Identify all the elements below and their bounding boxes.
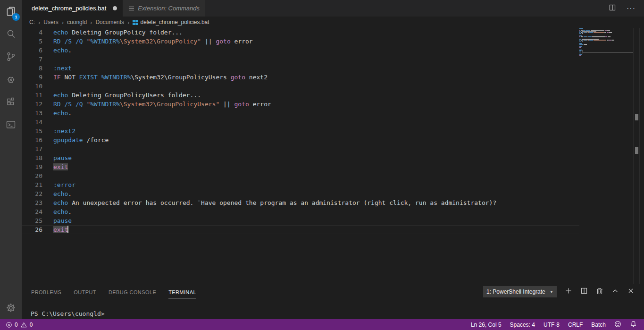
line-content: exit — [53, 163, 68, 170]
close-panel-icon[interactable] — [627, 287, 635, 296]
line-number: 22 — [22, 189, 42, 198]
text-cursor — [67, 226, 68, 233]
line-number: 5 — [22, 37, 42, 46]
tab-delete-chrome-policies[interactable]: delete_chrome_policies.bat — [22, 0, 123, 17]
breadcrumb-segments: C:›Users›cuongld›Documents› — [29, 19, 133, 26]
code-line[interactable]: 21:error — [22, 180, 579, 189]
warning-icon — [20, 322, 27, 328]
breadcrumb-segment[interactable]: Documents — [95, 19, 124, 25]
code-line[interactable]: 8:next — [22, 64, 579, 73]
status-bar: 0 0 Ln 26, Col 5Spaces: 4UTF-8CRLFBatch — [0, 319, 644, 330]
feedback-smiley-icon[interactable] — [610, 321, 626, 329]
overview-ruler[interactable] — [633, 28, 640, 284]
code-line[interactable]: 26exit — [22, 225, 579, 234]
split-editor-icon[interactable] — [609, 4, 616, 13]
dirty-indicator-icon[interactable] — [113, 6, 117, 10]
panel-tab-output[interactable]: OUTPUT — [74, 286, 96, 298]
source-control-icon[interactable] — [0, 45, 22, 68]
code-line[interactable]: 16gpupdate /force — [22, 135, 579, 144]
status-end-of-line[interactable]: CRLF — [564, 322, 587, 328]
code-line[interactable]: 20 — [22, 171, 579, 180]
line-number: 18 — [22, 153, 42, 162]
status-language-mode[interactable]: Batch — [587, 322, 610, 328]
editor[interactable]: 4echo Deleting GroupPolicy folder...5RD … — [22, 28, 644, 284]
line-number: 20 — [22, 171, 42, 180]
line-content: echo Deleting GroupPolicy folder... — [53, 29, 183, 36]
line-content: RD /S /Q "%WINDIR%\System32\GroupPolicy"… — [53, 38, 253, 45]
panel-tab-terminal[interactable]: TERMINAL — [168, 286, 196, 298]
minimap[interactable] — [579, 28, 633, 284]
tab-label: delete_chrome_policies.bat — [32, 5, 106, 12]
line-number: 16 — [22, 135, 42, 144]
breadcrumb: C:›Users›cuongld›Documents› delete_chrom… — [22, 17, 644, 28]
notifications-bell-icon[interactable] — [626, 321, 641, 329]
line-number: 23 — [22, 198, 42, 207]
overview-mark — [635, 147, 638, 154]
overview-mark — [635, 114, 638, 120]
activity-bar: 1 — [0, 0, 22, 319]
code-line[interactable]: 9IF NOT EXIST %WINDIR%\System32\GroupPol… — [22, 73, 579, 82]
powershell-terminal-icon[interactable] — [0, 113, 22, 136]
line-number: 8 — [22, 64, 42, 73]
line-number: 17 — [22, 144, 42, 153]
terminal-prompt: PS C:\Users\cuongld> — [31, 310, 105, 317]
code-line[interactable]: 19exit — [22, 162, 579, 171]
manage-gear-icon[interactable] — [0, 296, 22, 319]
status-cursor-position[interactable]: Ln 26, Col 5 — [467, 322, 506, 328]
terminal-output[interactable]: PS C:\Users\cuongld> — [22, 300, 644, 317]
code-line[interactable]: 5RD /S /Q "%WINDIR%\System32\GroupPolicy… — [22, 37, 579, 46]
terminal-instance-select[interactable]: 1: PowerShell Integrate ▼ — [483, 286, 557, 297]
code-line[interactable]: 12RD /S /Q "%WINDIR%\System32\GroupPolic… — [22, 100, 579, 109]
chevron-right-icon: › — [127, 19, 129, 26]
code-line[interactable]: 18pause — [22, 153, 579, 162]
problems-status[interactable]: 0 0 — [2, 322, 36, 328]
panel-header: PROBLEMSOUTPUTDEBUG CONSOLETERMINAL 1: P… — [22, 284, 644, 300]
maximize-panel-chevron-up-icon[interactable] — [611, 287, 619, 296]
breadcrumb-file[interactable]: delete_chrome_policies.bat — [133, 19, 209, 25]
breadcrumb-segment[interactable]: Users — [43, 19, 58, 25]
split-terminal-icon[interactable] — [580, 287, 588, 296]
chevron-right-icon: › — [62, 19, 64, 26]
panel-tab-debug-console[interactable]: DEBUG CONSOLE — [109, 286, 156, 298]
editor-lines[interactable]: 4echo Deleting GroupPolicy folder...5RD … — [22, 28, 579, 284]
search-icon[interactable] — [0, 23, 22, 45]
code-line[interactable]: 4echo Deleting GroupPolicy folder... — [22, 28, 579, 37]
line-content: pause — [53, 217, 72, 224]
status-encoding[interactable]: UTF-8 — [539, 322, 564, 328]
tab-extension-commands[interactable]: Extension: Commands — [123, 0, 205, 17]
code-line[interactable]: 25pause — [22, 216, 579, 225]
error-count: 0 — [15, 322, 18, 328]
line-content: echo Deleting GroupPolicyUsers folder... — [53, 92, 201, 99]
code-line[interactable]: 11echo Deleting GroupPolicyUsers folder.… — [22, 91, 579, 100]
debug-icon[interactable] — [0, 68, 22, 91]
line-content: gpupdate /force — [53, 136, 109, 144]
kill-terminal-trash-icon[interactable] — [596, 287, 603, 296]
line-number: 12 — [22, 100, 42, 109]
code-line[interactable]: 23echo An unexpected error has occurred.… — [22, 198, 579, 207]
code-line[interactable]: 13echo. — [22, 109, 579, 118]
new-terminal-icon[interactable] — [565, 287, 572, 296]
code-line[interactable]: 15:next2 — [22, 127, 579, 135]
extensions-icon[interactable] — [0, 91, 22, 113]
line-content: echo. — [53, 208, 72, 215]
code-line[interactable]: 24echo. — [22, 207, 579, 216]
breadcrumb-segment[interactable]: cuongld — [67, 19, 87, 25]
line-number: 6 — [22, 46, 42, 55]
status-indentation[interactable]: Spaces: 4 — [506, 322, 539, 328]
line-number: 13 — [22, 109, 42, 118]
code-line[interactable]: 7 — [22, 55, 579, 64]
more-actions-icon[interactable]: ··· — [627, 4, 636, 13]
select-dropdown-arrow-icon: ▼ — [550, 290, 553, 294]
breadcrumb-segment[interactable]: C: — [29, 19, 35, 25]
code-line[interactable]: 22echo. — [22, 189, 579, 198]
code-line[interactable]: 14 — [22, 118, 579, 127]
line-content: IF NOT EXIST %WINDIR%\System32\GroupPoli… — [53, 74, 268, 81]
line-number: 25 — [22, 216, 42, 225]
code-line[interactable]: 10 — [22, 82, 579, 91]
panel-tab-problems[interactable]: PROBLEMS — [31, 286, 61, 298]
explorer-icon[interactable]: 1 — [0, 0, 22, 23]
code-line[interactable]: 6echo. — [22, 46, 579, 55]
code-line[interactable]: 17 — [22, 144, 579, 153]
error-icon — [6, 322, 12, 328]
panel-tabs: PROBLEMSOUTPUTDEBUG CONSOLETERMINAL — [31, 286, 209, 298]
